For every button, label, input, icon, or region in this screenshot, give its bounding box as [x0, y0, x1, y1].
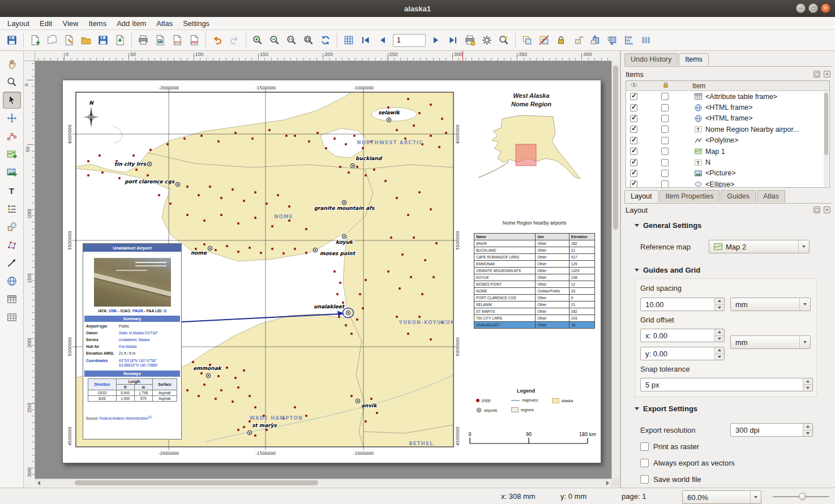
- zoom-actual-button[interactable]: 1:1: [283, 32, 300, 49]
- items-list-row[interactable]: TNome Region Nearby airpor...: [626, 124, 829, 135]
- print-atlas-button[interactable]: [461, 32, 478, 49]
- add-node-item-tool-button[interactable]: [3, 236, 21, 253]
- reference-map-combo[interactable]: Map 2: [709, 240, 810, 253]
- previous-feature-button[interactable]: [374, 32, 391, 49]
- visibility-checkbox[interactable]: [630, 93, 637, 100]
- lock-checkbox[interactable]: [661, 148, 669, 155]
- tab-guides[interactable]: Guides: [721, 190, 756, 203]
- canvas-horizontal-scrollbar[interactable]: [35, 479, 611, 486]
- add-attribute-table-tool-button[interactable]: [3, 291, 21, 308]
- spin-up-icon[interactable]: [715, 329, 724, 336]
- grid-offset-x-spinbox[interactable]: x: 0.00: [640, 329, 725, 342]
- save-button[interactable]: [3, 32, 20, 49]
- lock-checkbox[interactable]: [661, 159, 669, 166]
- spin-down-icon[interactable]: [715, 305, 724, 311]
- zoom-tool-button[interactable]: [3, 74, 21, 91]
- lower-items-button[interactable]: [603, 32, 620, 49]
- tab-item-properties[interactable]: Item Properties: [660, 190, 720, 203]
- zoom-full-button[interactable]: [300, 32, 317, 49]
- zoom-in-button[interactable]: [249, 32, 266, 49]
- items-list-row[interactable]: <HTML frame>: [626, 113, 829, 124]
- export-resolution-spinbox[interactable]: 300 dpi: [730, 423, 813, 437]
- menu-view[interactable]: View: [57, 18, 83, 29]
- checkbox-box[interactable]: [640, 442, 649, 451]
- visibility-checkbox[interactable]: [630, 115, 637, 122]
- duplicate-layout-button[interactable]: [44, 32, 61, 49]
- html-frame-airport-info[interactable]: Unalakleet Airport IATA: UNK - ICAO: PAU…: [83, 243, 182, 440]
- items-list-row[interactable]: <Picture>: [626, 168, 829, 179]
- new-layout-button[interactable]: [27, 32, 44, 49]
- items-list-row[interactable]: <Attribute table frame>: [626, 91, 829, 102]
- visibility-checkbox[interactable]: [630, 170, 637, 177]
- grid-spacing-unit-combo[interactable]: mm: [730, 298, 811, 311]
- overview-map-picture[interactable]: [469, 109, 593, 193]
- close-button[interactable]: ×: [821, 3, 830, 13]
- spin-down-icon[interactable]: [715, 336, 724, 342]
- layout-manager-button[interactable]: [78, 32, 95, 49]
- lock-checkbox[interactable]: [661, 104, 669, 111]
- layout-page[interactable]: -2000000-2000000-1500000-1500000-1000000…: [62, 80, 601, 463]
- scroll-left-button[interactable]: [36, 480, 42, 486]
- undo-button[interactable]: [209, 32, 226, 49]
- atlas-settings-button[interactable]: [478, 32, 495, 49]
- move-content-tool-button[interactable]: [3, 110, 21, 127]
- lock-checkbox[interactable]: [661, 126, 669, 133]
- ungroup-items-button[interactable]: [536, 32, 553, 49]
- print-button[interactable]: [135, 32, 152, 49]
- rename-layout-button[interactable]: [61, 32, 78, 49]
- lock-checkbox[interactable]: [661, 115, 669, 122]
- visibility-checkbox[interactable]: [630, 126, 637, 133]
- tab-layout[interactable]: Layout: [624, 190, 658, 203]
- layout-canvas[interactable]: -2000000-2000000-1500000-1500000-1000000…: [35, 61, 611, 479]
- refresh-button[interactable]: [317, 32, 334, 49]
- unlock-items-button[interactable]: [569, 32, 586, 49]
- spin-up-icon[interactable]: [803, 424, 812, 430]
- save-template-button[interactable]: [95, 32, 112, 49]
- visibility-checkbox[interactable]: [630, 159, 637, 166]
- select-tool-button[interactable]: [3, 92, 21, 109]
- last-feature-button[interactable]: [444, 32, 461, 49]
- add-label-tool-button[interactable]: T: [3, 182, 21, 199]
- checkbox-always-export-as-vectors[interactable]: Always export as vectors: [640, 459, 735, 467]
- add-shape-tool-button[interactable]: [3, 218, 21, 235]
- spin-up-icon[interactable]: [715, 298, 724, 305]
- grid-spacing-spinbox[interactable]: 10.00: [640, 298, 725, 311]
- snap-tolerance-spinbox[interactable]: 5 px: [640, 378, 813, 391]
- atlas-page-input[interactable]: [393, 34, 426, 47]
- section-general-settings[interactable]: General Settings: [635, 221, 701, 230]
- items-list-row[interactable]: <HTML frame>: [626, 102, 829, 113]
- scroll-right-button[interactable]: [605, 480, 611, 486]
- menu-atlas[interactable]: Atlas: [151, 18, 178, 29]
- spin-down-icon[interactable]: [803, 385, 812, 391]
- raise-items-button[interactable]: [586, 32, 603, 49]
- section-export-settings[interactable]: Export Settings: [635, 404, 697, 413]
- zoom-level-combo[interactable]: 60.0%: [682, 490, 761, 504]
- lock-checkbox[interactable]: [661, 170, 669, 177]
- menu-add-item[interactable]: Add Item: [112, 18, 151, 29]
- add-fixed-table-tool-button[interactable]: [3, 309, 21, 326]
- checkbox-print-as-raster[interactable]: Print as raster: [640, 442, 699, 451]
- checkbox-save-world-file[interactable]: Save world file: [640, 475, 701, 484]
- tab-atlas[interactable]: Atlas: [757, 190, 785, 203]
- visibility-checkbox[interactable]: [630, 148, 637, 155]
- redo-button[interactable]: [226, 32, 243, 49]
- attribute-table-frame[interactable]: Nome Region Nearby airports NameUseEleva…: [474, 220, 595, 329]
- zoom-out-button[interactable]: [266, 32, 283, 49]
- add-legend-tool-button[interactable]: [3, 200, 21, 217]
- zoom-slider-handle[interactable]: [799, 493, 806, 500]
- pan-tool-button[interactable]: [3, 55, 21, 72]
- add-template-button[interactable]: [112, 32, 129, 49]
- close-panel-icon[interactable]: ×: [824, 206, 830, 213]
- lock-checkbox[interactable]: [661, 137, 669, 144]
- group-items-button[interactable]: [519, 32, 536, 49]
- export-atlas-button[interactable]: [495, 32, 512, 49]
- add-html-tool-button[interactable]: [3, 273, 21, 290]
- dock-tab-undo-history[interactable]: Undo History: [624, 53, 678, 66]
- spin-down-icon[interactable]: [715, 354, 724, 360]
- lock-checkbox[interactable]: [661, 93, 669, 100]
- canvas-vertical-scrollbar[interactable]: [611, 61, 619, 479]
- export-image-button[interactable]: [152, 32, 169, 49]
- visibility-checkbox[interactable]: [630, 137, 637, 144]
- close-panel-icon[interactable]: ×: [824, 71, 830, 77]
- grid-offset-y-spinbox[interactable]: y: 0.00: [640, 347, 725, 360]
